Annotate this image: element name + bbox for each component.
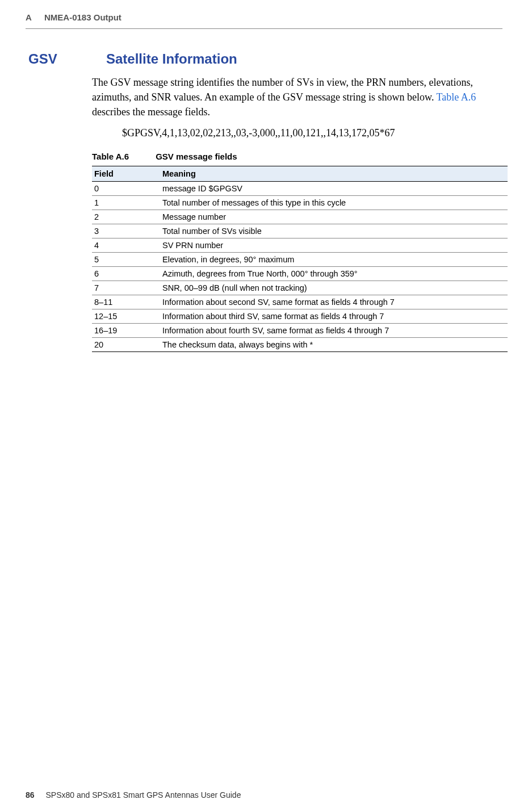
table-row: 4SV PRN number [92, 238, 508, 253]
paragraph: The GSV message string identifies the nu… [92, 75, 502, 119]
table-row: 3Total number of SVs visible [92, 224, 508, 238]
cell-field: 7 [92, 281, 160, 295]
section-heading: GSV Satellite Information [28, 51, 502, 67]
cell-meaning: Information about second SV, same format… [160, 295, 508, 309]
col-field: Field [92, 166, 160, 182]
table-row: 8–11Information about second SV, same fo… [92, 295, 508, 309]
cell-field: 5 [92, 253, 160, 267]
cell-field: 6 [92, 267, 160, 281]
table-ref-link[interactable]: Table A.6 [437, 91, 476, 103]
para-text-a: The GSV message string identifies the nu… [92, 77, 473, 103]
cell-meaning: Azimuth, degrees from True North, 000° t… [160, 267, 508, 281]
table-caption: Table A.6 GSV message fields [92, 152, 502, 161]
cell-meaning: SNR, 00–99 dB (null when not tracking) [160, 281, 508, 295]
section-tag: GSV [28, 51, 82, 67]
table-row: 5Elevation, in degrees, 90° maximum [92, 253, 508, 267]
cell-meaning: The checksum data, always begins with * [160, 338, 508, 352]
col-meaning: Meaning [160, 166, 508, 182]
appendix-letter: A [26, 12, 32, 22]
guide-title: SPSx80 and SPSx81 Smart GPS Antennas Use… [45, 790, 241, 800]
para-text-b: describes the message fields. [92, 106, 210, 118]
cell-field: 8–11 [92, 295, 160, 309]
table-number: Table A.6 [92, 152, 153, 161]
page-footer: 86 SPSx80 and SPSx81 Smart GPS Antennas … [26, 790, 241, 800]
cell-meaning: Message number [160, 210, 508, 224]
table-row: 16–19Information about fourth SV, same f… [92, 324, 508, 338]
table-row: 7SNR, 00–99 dB (null when not tracking) [92, 281, 508, 295]
table-row: 20The checksum data, always begins with … [92, 338, 508, 352]
table-row: 1Total number of messages of this type i… [92, 196, 508, 210]
table-row: 6Azimuth, degrees from True North, 000° … [92, 267, 508, 281]
cell-field: 16–19 [92, 324, 160, 338]
cell-field: 2 [92, 210, 160, 224]
cell-meaning: message ID $GPGSV [160, 182, 508, 196]
header-title: NMEA-0183 Output [44, 12, 121, 22]
section-body: GSV Satellite Information The GSV messag… [28, 51, 502, 352]
cell-meaning: Total number of SVs visible [160, 224, 508, 238]
cell-meaning: SV PRN number [160, 238, 508, 253]
table-row: 2Message number [92, 210, 508, 224]
cell-meaning: Information about third SV, same format … [160, 309, 508, 324]
cell-field: 4 [92, 238, 160, 253]
cell-field: 3 [92, 224, 160, 238]
cell-field: 0 [92, 182, 160, 196]
cell-meaning: Information about fourth SV, same format… [160, 324, 508, 338]
page-number: 86 [26, 790, 35, 800]
page-header: A NMEA-0183 Output [26, 12, 121, 22]
table-header-row: Field Meaning [92, 166, 508, 182]
example-string: $GPGSV,4,1,13,02,02,213,,03,-3,000,,11,0… [122, 127, 502, 139]
cell-field: 20 [92, 338, 160, 352]
cell-field: 1 [92, 196, 160, 210]
table-title: GSV message fields [156, 152, 237, 161]
table-row: 12–15Information about third SV, same fo… [92, 309, 508, 324]
section-title: Satellite Information [106, 51, 237, 67]
header-rule [26, 28, 502, 29]
table-row: 0message ID $GPGSV [92, 182, 508, 196]
message-fields-table: Field Meaning 0message ID $GPGSV 1Total … [92, 166, 508, 352]
cell-meaning: Total number of messages of this type in… [160, 196, 508, 210]
cell-meaning: Elevation, in degrees, 90° maximum [160, 253, 508, 267]
cell-field: 12–15 [92, 309, 160, 324]
